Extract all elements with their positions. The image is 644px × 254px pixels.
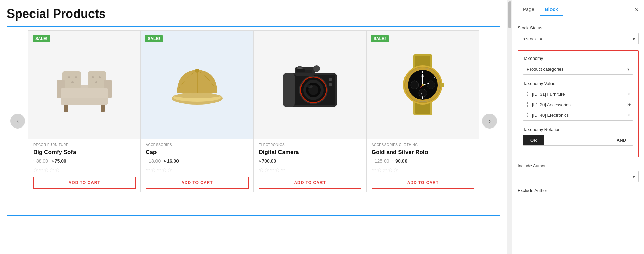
svg-point-31 xyxy=(313,65,320,72)
sale-badge: SALE! xyxy=(145,35,163,42)
relation-and-button[interactable]: AND xyxy=(544,135,633,145)
exclude-author-section: Exclude Author xyxy=(518,188,639,193)
arrow-down-icon[interactable]: ▼ xyxy=(526,105,529,108)
star-icon: ☆ xyxy=(157,167,161,173)
star-icon: ☆ xyxy=(372,167,376,173)
scroll-track[interactable] xyxy=(507,0,512,254)
chevron-right-icon: › xyxy=(489,118,491,125)
svg-text:6: 6 xyxy=(421,93,422,95)
price-original: ৳ 88.00 xyxy=(33,158,48,164)
taxonomy-relation-label: Taxonomy Relation xyxy=(523,127,633,132)
watch-icon: 12 6 xyxy=(389,51,457,119)
product-info: ACCESSORIES Cap ৳ 18.00 ৳ 16.00 ☆ ☆ ☆ ☆ … xyxy=(141,139,253,192)
stock-tag: In stock × xyxy=(521,36,542,41)
products-grid: SALE! xyxy=(28,30,479,192)
taxonomy-item-text: [ID: 20] Accessories xyxy=(532,102,571,107)
page-title: Special Products xyxy=(7,7,500,21)
svg-rect-33 xyxy=(329,78,332,81)
svg-point-13 xyxy=(95,81,97,83)
product-card: SALE! xyxy=(367,30,479,192)
product-name: Digital Camera xyxy=(259,149,361,156)
taxonomy-select[interactable]: Product categories ▾ xyxy=(523,64,633,75)
product-categories: ELECTRONICS xyxy=(259,143,361,147)
star-icon: ☆ xyxy=(259,167,264,173)
product-price: ৳ 700.00 xyxy=(259,158,361,164)
svg-rect-47 xyxy=(422,71,423,73)
chevron-down-icon: ▾ xyxy=(629,102,631,107)
product-price: ৳ 88.00 ৳ 75.00 xyxy=(33,158,136,164)
product-categories: ACCESSORIES xyxy=(146,143,248,147)
stock-tag-text: In stock xyxy=(521,36,537,41)
scroll-thumb[interactable] xyxy=(508,1,511,28)
stock-tag-remove[interactable]: × xyxy=(540,37,542,41)
star-icon: ☆ xyxy=(44,167,49,173)
svg-rect-50 xyxy=(434,85,437,85)
product-card: SALE! xyxy=(141,30,253,192)
taxonomy-field-section: Taxonomy Product categories ▾ xyxy=(523,56,633,75)
svg-point-10 xyxy=(71,81,74,83)
svg-point-12 xyxy=(99,76,101,78)
add-to-cart-button[interactable]: ADD TO CART xyxy=(259,177,361,189)
svg-rect-7 xyxy=(101,105,105,112)
taxonomy-value-row: ▲ ▼ [ID: 40] Electronics × xyxy=(523,110,633,120)
stock-status-control[interactable]: In stock × ▾ xyxy=(518,33,639,44)
svg-rect-1 xyxy=(62,71,81,88)
svg-point-44 xyxy=(411,81,419,89)
star-icon: ☆ xyxy=(151,167,156,173)
tab-page[interactable]: Page xyxy=(518,4,540,16)
add-to-cart-button[interactable]: ADD TO CART xyxy=(372,177,474,189)
svg-rect-6 xyxy=(64,105,68,112)
right-panel: Page Block × Stock Status In stock × ▾ T… xyxy=(512,0,644,254)
product-name: Big Comfy Sofa xyxy=(33,149,136,156)
sofa-icon xyxy=(50,51,118,119)
add-to-cart-button[interactable]: ADD TO CART xyxy=(146,177,248,189)
camera-icon xyxy=(276,51,344,119)
taxonomy-value-text: Product categories xyxy=(527,67,563,72)
stock-status-section: Stock Status In stock × ▾ xyxy=(518,25,639,44)
star-icon: ☆ xyxy=(39,167,43,173)
close-button[interactable]: × xyxy=(635,6,639,13)
price-sale: ৳ 700.00 xyxy=(259,158,276,164)
product-image: SALE! xyxy=(28,31,140,139)
taxonomy-relation-section: Taxonomy Relation OR AND xyxy=(523,127,633,146)
star-icon: ☆ xyxy=(281,167,285,173)
taxonomy-item-text: [ID: 40] Electronics xyxy=(532,113,569,118)
svg-text:12: 12 xyxy=(421,75,424,77)
cap-icon xyxy=(167,54,228,115)
svg-rect-32 xyxy=(296,69,305,72)
taxonomy-value-label: Taxonomy Value xyxy=(523,81,633,86)
tag-remove-icon[interactable]: × xyxy=(627,91,630,97)
taxonomy-value-section: Taxonomy Value ▲ ▼ [ID: 31] Furniture × … xyxy=(523,81,633,121)
star-icon: ☆ xyxy=(388,167,393,173)
add-to-cart-button[interactable]: ADD TO CART xyxy=(33,177,136,189)
chevron-down-icon: ▾ xyxy=(633,37,635,41)
sort-arrows[interactable]: ▲ ▼ xyxy=(526,91,529,97)
price-sale: ৳ 16.00 xyxy=(164,158,179,164)
taxonomy-value-row: ▲ ▼ [ID: 20] Accessories × xyxy=(523,99,633,110)
include-author-section: Include Author ▾ xyxy=(518,163,639,182)
product-categories: DECOR FURNITURE xyxy=(33,143,136,147)
svg-rect-48 xyxy=(422,96,423,99)
chevron-down-icon: ▾ xyxy=(633,174,635,179)
svg-point-46 xyxy=(419,89,427,97)
svg-rect-5 xyxy=(61,88,108,98)
sort-arrows[interactable]: ▲ ▼ xyxy=(526,101,529,108)
include-author-select[interactable]: ▾ xyxy=(518,171,639,182)
tab-block[interactable]: Block xyxy=(540,4,563,16)
taxonomy-label: Taxonomy xyxy=(523,56,633,61)
carousel-prev-button[interactable]: ‹ xyxy=(10,114,25,129)
arrow-down-icon[interactable]: ▼ xyxy=(526,115,529,118)
relation-or-button[interactable]: OR xyxy=(523,135,544,145)
product-name: Gold and Silver Rolo xyxy=(372,149,474,156)
carousel-next-button[interactable]: › xyxy=(482,114,497,129)
svg-point-55 xyxy=(422,84,424,86)
taxonomy-value-row: ▲ ▼ [ID: 31] Furniture × xyxy=(523,89,633,99)
price-original: ৳ 18.00 xyxy=(146,158,161,164)
arrow-down-icon[interactable]: ▼ xyxy=(526,94,529,97)
sale-badge: SALE! xyxy=(371,35,389,42)
svg-point-11 xyxy=(92,76,94,78)
svg-rect-34 xyxy=(329,83,332,86)
price-original: ৳ 125.00 xyxy=(372,158,389,164)
tag-remove-icon[interactable]: × xyxy=(627,112,630,118)
sort-arrows[interactable]: ▲ ▼ xyxy=(526,112,529,118)
